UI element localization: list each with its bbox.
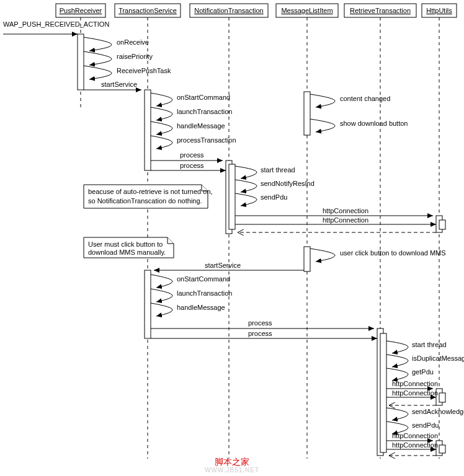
note-text: User must click button to bbox=[88, 240, 163, 248]
participant-label: RetrieveTransaction bbox=[350, 7, 411, 14]
note-manual-download: User must click button to download MMS m… bbox=[84, 237, 174, 258]
message-label: ReceivePushTask bbox=[117, 67, 171, 74]
selfcall bbox=[310, 94, 335, 107]
message-label: process bbox=[180, 162, 204, 169]
note-auto-retrieve: beacuse of auto-retrieve is not turned o… bbox=[84, 185, 213, 208]
message-label: sendPdu bbox=[412, 421, 439, 429]
message-label: onStartCommand bbox=[177, 275, 230, 283]
message-label: start thread bbox=[412, 341, 447, 348]
activation-mli2 bbox=[304, 247, 310, 271]
message-label: handleMessage bbox=[177, 122, 225, 130]
selfcall bbox=[151, 289, 172, 302]
selfcall bbox=[84, 37, 112, 51]
selfcall bbox=[151, 121, 172, 134]
selfcall bbox=[151, 93, 172, 106]
activation-pushreceiver bbox=[78, 34, 84, 90]
message-label: process bbox=[180, 151, 204, 159]
message-label: launchTransaction bbox=[177, 108, 232, 115]
activation-rt-inner bbox=[380, 333, 386, 452]
message-label: httpConnection bbox=[323, 207, 368, 214]
message-label: show download button bbox=[340, 120, 408, 127]
message-label: handleMessage bbox=[177, 304, 225, 311]
activation-ts1 bbox=[145, 90, 151, 170]
participant-label: PushReceiver bbox=[60, 7, 102, 14]
message-label: startService bbox=[101, 81, 137, 88]
selfcall bbox=[310, 119, 335, 132]
sequence-diagram: PushReceiver TransactionService Notifica… bbox=[0, 0, 464, 476]
message-label: start thread bbox=[261, 166, 295, 174]
selfcall bbox=[151, 275, 172, 288]
activation-hu1-inner bbox=[439, 220, 445, 229]
selfcall bbox=[235, 180, 257, 192]
message-label: sendNotifyResInd bbox=[261, 180, 315, 187]
external-trigger-label: WAP_PUSH_RECEIVED_ACTION bbox=[3, 20, 109, 28]
message-label: sendAcknowledgeInd bbox=[412, 408, 464, 415]
selfcall bbox=[235, 193, 257, 206]
message-label: user click button to download MMS bbox=[340, 249, 446, 257]
message-label: sendPdu bbox=[261, 193, 287, 201]
selfcall bbox=[235, 166, 257, 178]
participant-messagelistitem: MessageListItem bbox=[276, 4, 338, 459]
participant-label: HttpUtils bbox=[426, 7, 452, 14]
participant-label: MessageListItem bbox=[281, 7, 332, 14]
activation-hu3-inner bbox=[439, 445, 445, 453]
note-text: so NotificationTranscation do nothing. bbox=[88, 197, 202, 205]
message-label: process bbox=[248, 319, 272, 327]
watermark-text: 脚本之家 bbox=[215, 457, 249, 467]
message-label: onStartCommand bbox=[177, 94, 230, 101]
message-label: httpConnection bbox=[392, 441, 438, 449]
message-label: onReceive bbox=[117, 38, 149, 46]
selfcall bbox=[84, 66, 112, 79]
activation-hu2-inner bbox=[439, 393, 445, 402]
message-label: raisePriority bbox=[117, 53, 153, 60]
watermark-url: WWW.JB51.NET bbox=[205, 467, 259, 474]
note-text: download MMS manually. bbox=[88, 249, 166, 256]
message-label: processTransaction bbox=[177, 136, 236, 144]
selfcall bbox=[386, 368, 408, 381]
selfcall bbox=[386, 341, 408, 353]
message-label: startService bbox=[205, 262, 241, 269]
message-label: getPdu bbox=[412, 368, 434, 376]
message-label: httpConnection bbox=[392, 432, 438, 439]
selfcall bbox=[151, 136, 172, 149]
selfcall bbox=[151, 303, 172, 316]
selfcall bbox=[386, 408, 408, 420]
selfcall bbox=[84, 51, 112, 65]
selfcall bbox=[151, 107, 172, 120]
note-text: beacuse of auto-retrieve is not turned o… bbox=[88, 188, 213, 195]
participant-label: TransactionService bbox=[118, 7, 177, 14]
message-label: launchTransaction bbox=[177, 289, 232, 297]
message-label: process bbox=[248, 330, 272, 337]
message-label: content changed bbox=[340, 95, 390, 102]
message-label: httpConnection bbox=[323, 216, 368, 224]
activation-nt-inner bbox=[229, 164, 235, 229]
message-label: httpConnection bbox=[392, 389, 438, 397]
participant-label: NotificationTransaction bbox=[194, 7, 263, 14]
message-label: httpConnection bbox=[392, 380, 438, 387]
selfcall bbox=[386, 355, 408, 367]
activation-mli1 bbox=[304, 92, 310, 135]
message-label: isDuplicatMessage bbox=[412, 355, 464, 362]
activation-ts2 bbox=[145, 270, 151, 338]
selfcall bbox=[310, 249, 335, 262]
